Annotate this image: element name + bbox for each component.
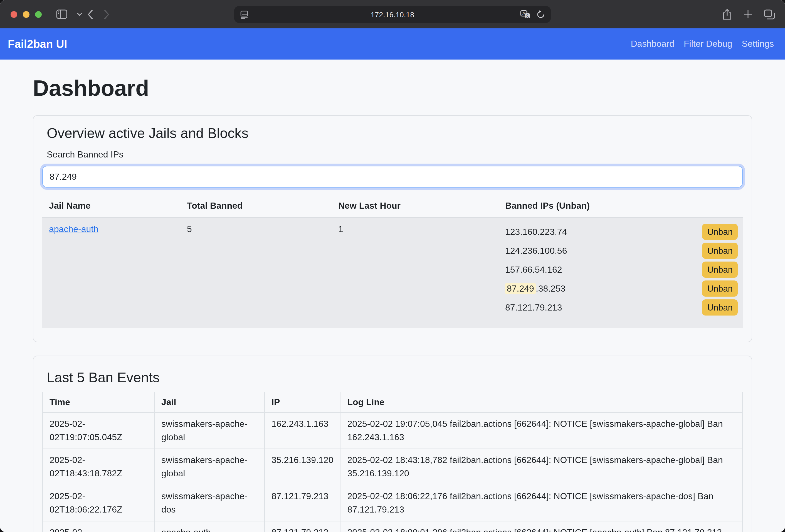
event-log-line: 2025-02-02 19:07:05,045 fail2ban.actions… [340, 413, 742, 449]
events-card: Last 5 Ban Events Time Jail IP Log Line … [33, 356, 752, 532]
banned-ip-address: 87.121.79.213 [505, 302, 562, 312]
main-content: Dashboard Overview active Jails and Bloc… [0, 59, 785, 532]
banned-ip-row: 87.249.38.253 Unban [505, 280, 738, 297]
ip-header: IP [264, 392, 340, 413]
banned-ips-header: Banned IPs (Unban) [499, 199, 743, 217]
new-last-hour-header: New Last Hour [332, 199, 499, 217]
app-brand[interactable]: Fail2ban UI [8, 37, 67, 50]
translate-icon[interactable]: A 文 [520, 10, 531, 19]
event-log-line: 2025-02-02 18:00:01,296 fail2ban.actions… [340, 521, 742, 532]
ban-events-table: Time Jail IP Log Line 2025-02-02T19:07:0… [42, 392, 743, 532]
total-banned-value: 5 [180, 218, 332, 328]
event-jail: swissmakers-apache-global [154, 413, 264, 449]
unban-button[interactable]: Unban [702, 224, 738, 240]
ban-event-row: 2025-02-02T18:00:01.296Z apache-auth 87.… [43, 521, 742, 532]
search-match-highlight: 87.249 [505, 283, 536, 294]
page-title: Dashboard [33, 75, 752, 101]
jail-name-link[interactable]: apache-auth [49, 224, 99, 234]
banned-ip-row: 157.66.54.162 Unban [505, 261, 738, 278]
svg-text:文: 文 [526, 14, 529, 18]
close-window-button[interactable] [10, 11, 17, 18]
zoom-window-button[interactable] [35, 11, 42, 18]
jail-row: apache-auth 5 1 123.160.223.74 Unban 124… [42, 218, 743, 328]
time-header: Time [43, 392, 154, 413]
banned-ip-address: 123.160.223.74 [505, 227, 567, 237]
chevron-down-icon[interactable] [77, 12, 82, 16]
unban-button[interactable]: Unban [702, 280, 738, 297]
banned-ip-row: 87.121.79.213 Unban [505, 299, 738, 315]
event-log-line: 2025-02-02 18:06:22,176 fail2ban.actions… [340, 485, 742, 521]
log-line-header: Log Line [340, 392, 742, 413]
nav-links: Dashboard Filter Debug Settings [631, 39, 774, 49]
forward-icon [103, 9, 109, 19]
unban-button[interactable]: Unban [702, 261, 738, 278]
event-jail: swissmakers-apache-global [154, 449, 264, 485]
app-navbar: Fail2ban UI Dashboard Filter Debug Setti… [0, 28, 785, 59]
address-bar[interactable]: 172.16.10.18 A 文 [234, 6, 551, 23]
jails-table: Jail Name Total Banned New Last Hour Ban… [42, 199, 743, 328]
ban-event-row: 2025-02-02T18:06:22.176Z swissmakers-apa… [43, 485, 742, 521]
browser-toolbar: 172.16.10.18 A 文 [0, 0, 785, 28]
tab-overview-icon[interactable] [764, 9, 775, 19]
toolbar-divider [72, 9, 72, 20]
banned-ip-address: 87.249.38.253 [505, 283, 565, 294]
search-banned-ips-label: Search Banned IPs [47, 148, 743, 161]
event-ip: 87.121.79.213 [264, 521, 340, 532]
overview-card: Overview active Jails and Blocks Search … [33, 115, 752, 342]
ban-event-row: 2025-02-02T18:43:18.782Z swissmakers-apa… [43, 449, 742, 485]
jails-table-header: Jail Name Total Banned New Last Hour Ban… [42, 199, 743, 218]
ban-event-row: 2025-02-02T19:07:05.045Z swissmakers-apa… [43, 413, 742, 449]
banned-ip-row: 124.236.100.56 Unban [505, 243, 738, 259]
event-ip: 162.243.1.163 [264, 413, 340, 449]
banned-ip-row: 123.160.223.74 Unban [505, 224, 738, 240]
banned-ip-address: 124.236.100.56 [505, 246, 567, 256]
event-time: 2025-02-02T18:00:01.296Z [43, 521, 154, 532]
browser-window: 172.16.10.18 A 文 [0, 0, 785, 532]
event-time: 2025-02-02T18:43:18.782Z [43, 449, 154, 485]
event-time: 2025-02-02T18:06:22.176Z [43, 485, 154, 521]
nav-link-dashboard[interactable]: Dashboard [631, 39, 675, 49]
jail-header: Jail [154, 392, 264, 413]
overview-card-title: Overview active Jails and Blocks [47, 125, 743, 141]
event-time: 2025-02-02T19:07:05.045Z [43, 413, 154, 449]
unban-button[interactable]: Unban [702, 243, 738, 259]
events-header-row: Time Jail IP Log Line [43, 392, 742, 413]
share-icon[interactable] [722, 9, 732, 20]
event-jail: apache-auth [154, 521, 264, 532]
url-text: 172.16.10.18 [234, 10, 551, 19]
event-log-line: 2025-02-02 18:43:18,782 fail2ban.actions… [340, 449, 742, 485]
event-jail: swissmakers-apache-dos [154, 485, 264, 521]
sidebar-icon[interactable] [56, 9, 67, 19]
nav-link-settings[interactable]: Settings [742, 39, 774, 49]
traffic-lights [10, 11, 42, 18]
banned-ip-list: 123.160.223.74 Unban 124.236.100.56 Unba… [499, 218, 743, 328]
total-banned-header: Total Banned [180, 199, 332, 217]
new-tab-icon[interactable] [743, 9, 753, 19]
new-last-hour-value: 1 [332, 218, 499, 328]
minimize-window-button[interactable] [23, 11, 29, 18]
reload-icon[interactable] [536, 10, 545, 19]
banned-ip-address: 157.66.54.162 [505, 264, 562, 275]
event-ip: 35.216.139.120 [264, 449, 340, 485]
nav-link-filter-debug[interactable]: Filter Debug [684, 39, 732, 49]
back-icon[interactable] [87, 9, 94, 19]
unban-button[interactable]: Unban [702, 299, 738, 315]
events-card-title: Last 5 Ban Events [47, 369, 743, 386]
search-banned-ips-input[interactable] [42, 166, 743, 187]
screen: 172.16.10.18 A 文 [0, 0, 785, 532]
jail-name-header: Jail Name [42, 199, 180, 217]
event-ip: 87.121.79.213 [264, 485, 340, 521]
